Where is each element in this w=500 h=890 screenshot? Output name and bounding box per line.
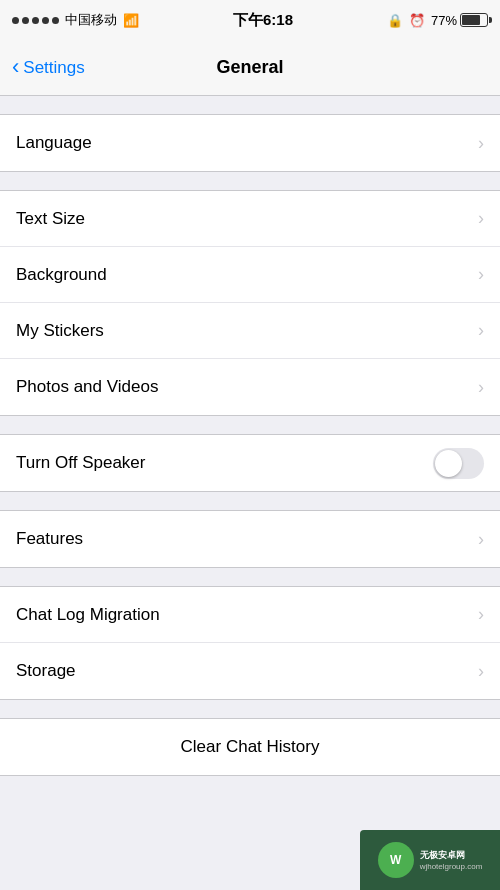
section-gap-3 <box>0 416 500 434</box>
background-label: Background <box>16 265 107 285</box>
section-gap-4 <box>0 492 500 510</box>
wifi-icon: 📶 <box>123 13 139 28</box>
turn-off-speaker-toggle[interactable] <box>433 448 484 479</box>
section-gap-2 <box>0 172 500 190</box>
battery-indicator: 77% <box>431 13 488 28</box>
signal-dot-2 <box>22 17 29 24</box>
background-row[interactable]: Background › <box>0 247 500 303</box>
battery-fill <box>462 15 480 25</box>
settings-group-2: Text Size › Background › My Stickers › P… <box>0 190 500 416</box>
storage-right: › <box>478 661 484 682</box>
features-right: › <box>478 529 484 550</box>
settings-group-4: Features › <box>0 510 500 568</box>
background-chevron-icon: › <box>478 264 484 285</box>
photos-videos-chevron-icon: › <box>478 377 484 398</box>
photos-videos-right: › <box>478 377 484 398</box>
chat-log-migration-row[interactable]: Chat Log Migration › <box>0 587 500 643</box>
lock-icon: 🔒 <box>387 13 403 28</box>
photos-videos-label: Photos and Videos <box>16 377 158 397</box>
page-title: General <box>216 57 283 78</box>
settings-group-5: Chat Log Migration › Storage › <box>0 586 500 700</box>
language-label: Language <box>16 133 92 153</box>
alarm-icon: ⏰ <box>409 13 425 28</box>
text-size-chevron-icon: › <box>478 208 484 229</box>
section-gap-bottom <box>0 776 500 794</box>
chat-log-migration-right: › <box>478 604 484 625</box>
photos-videos-row[interactable]: Photos and Videos › <box>0 359 500 415</box>
watermark-text-block: 无极安卓网 wjhotelgroup.com <box>420 849 483 871</box>
settings-group-3: Turn Off Speaker <box>0 434 500 492</box>
clear-chat-history-button[interactable]: Clear Chat History <box>0 719 500 775</box>
watermark: W 无极安卓网 wjhotelgroup.com <box>360 830 500 890</box>
storage-chevron-icon: › <box>478 661 484 682</box>
status-right: 🔒 ⏰ 77% <box>387 13 488 28</box>
signal-dot-5 <box>52 17 59 24</box>
my-stickers-label: My Stickers <box>16 321 104 341</box>
chat-log-migration-label: Chat Log Migration <box>16 605 160 625</box>
battery-percent: 77% <box>431 13 457 28</box>
turn-off-speaker-label: Turn Off Speaker <box>16 453 145 473</box>
clear-chat-group: Clear Chat History <box>0 718 500 776</box>
language-chevron-icon: › <box>478 133 484 154</box>
settings-content: Language › Text Size › Background › My S… <box>0 96 500 890</box>
watermark-logo: W <box>378 842 414 878</box>
language-right: › <box>478 133 484 154</box>
battery-bar <box>460 13 488 27</box>
my-stickers-right: › <box>478 320 484 341</box>
signal-dot-1 <box>12 17 19 24</box>
storage-label: Storage <box>16 661 76 681</box>
signal-dot-3 <box>32 17 39 24</box>
status-time: 下午6:18 <box>233 11 293 30</box>
storage-row[interactable]: Storage › <box>0 643 500 699</box>
watermark-logo-text: W <box>390 853 401 867</box>
my-stickers-chevron-icon: › <box>478 320 484 341</box>
background-right: › <box>478 264 484 285</box>
signal-dots <box>12 17 59 24</box>
watermark-line2: wjhotelgroup.com <box>420 862 483 871</box>
status-left: 中国移动 📶 <box>12 11 139 29</box>
settings-group-1: Language › <box>0 114 500 172</box>
chat-log-migration-chevron-icon: › <box>478 604 484 625</box>
back-label: Settings <box>23 58 84 78</box>
text-size-label: Text Size <box>16 209 85 229</box>
section-gap-5 <box>0 568 500 586</box>
back-button[interactable]: ‹ Settings <box>12 58 85 78</box>
watermark-line1: 无极安卓网 <box>420 849 483 862</box>
toggle-thumb <box>435 450 462 477</box>
section-gap-1 <box>0 96 500 114</box>
text-size-row[interactable]: Text Size › <box>0 191 500 247</box>
features-row[interactable]: Features › <box>0 511 500 567</box>
text-size-right: › <box>478 208 484 229</box>
carrier-label: 中国移动 <box>65 11 117 29</box>
turn-off-speaker-row[interactable]: Turn Off Speaker <box>0 435 500 491</box>
back-chevron-icon: ‹ <box>12 56 19 78</box>
language-row[interactable]: Language › <box>0 115 500 171</box>
features-label: Features <box>16 529 83 549</box>
speaker-toggle-container <box>433 448 484 479</box>
nav-bar: ‹ Settings General <box>0 40 500 96</box>
signal-dot-4 <box>42 17 49 24</box>
my-stickers-row[interactable]: My Stickers › <box>0 303 500 359</box>
status-bar: 中国移动 📶 下午6:18 🔒 ⏰ 77% <box>0 0 500 40</box>
features-chevron-icon: › <box>478 529 484 550</box>
